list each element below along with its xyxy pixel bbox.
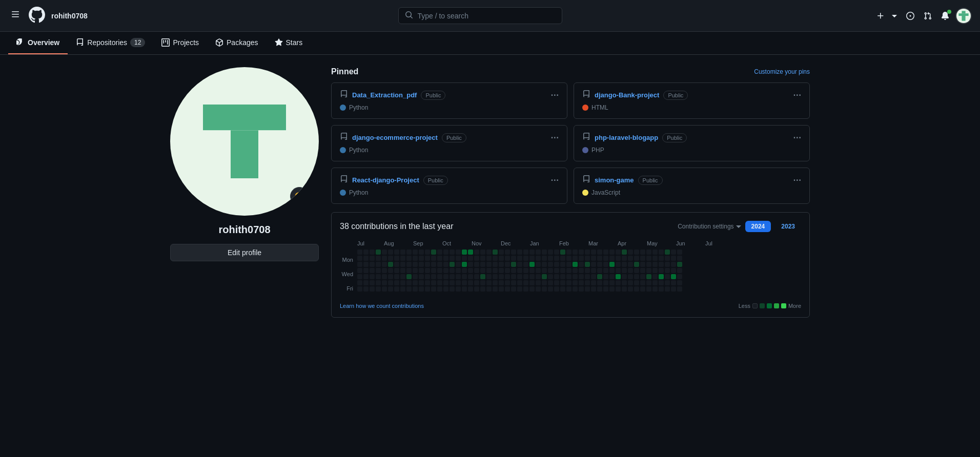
day-cell-3-2 [376, 262, 381, 267]
repo-name-5[interactable]: simon-game [595, 176, 634, 184]
day-cell-41-0 [609, 250, 615, 255]
day-cell-44-4 [628, 274, 633, 279]
pull-requests-button[interactable] [921, 9, 935, 23]
contribution-section: 38 contributions in the last year Contri… [331, 212, 810, 318]
tab-projects[interactable]: Projects [153, 32, 207, 54]
repo-name-0[interactable]: Data_Extraction_pdf [352, 91, 417, 99]
day-cell-52-1 [677, 256, 682, 261]
card-menu-4[interactable]: ⋯ [550, 175, 559, 185]
week-col-6 [394, 250, 399, 299]
main-content: 😊 rohith0708 Edit profile Pinned Customi… [162, 55, 818, 330]
day-cell-13-2 [437, 262, 442, 267]
day-cell-46-2 [640, 262, 645, 267]
pinned-card-header-3: php-laravel-blogapp Public ⋯ [582, 133, 801, 142]
day-cell-26-0 [517, 250, 522, 255]
header-right [873, 8, 972, 24]
header-username[interactable]: rohith0708 [51, 12, 88, 20]
pinned-card-3: php-laravel-blogapp Public ⋯ PHP [574, 125, 810, 161]
day-cell-36-6 [579, 286, 584, 292]
card-menu-3[interactable]: ⋯ [793, 133, 801, 142]
day-cell-13-3 [437, 268, 442, 273]
day-cell-1-3 [363, 268, 369, 273]
lang-indicator-4: Python [340, 189, 559, 196]
day-cell-38-0 [591, 250, 596, 255]
notifications-button[interactable] [938, 9, 952, 23]
search-box[interactable]: Type / to search [398, 7, 562, 24]
hamburger-button[interactable] [8, 7, 23, 24]
pinned-section: Pinned Customize your pins Data_Extracti… [331, 67, 810, 204]
day-cell-16-3 [456, 268, 461, 273]
edit-profile-button[interactable]: Edit profile [170, 244, 319, 261]
day-cell-9-5 [413, 280, 418, 285]
day-cell-30-1 [542, 256, 547, 261]
repo-name-1[interactable]: django-Bank-project [595, 91, 659, 99]
repos-badge: 12 [130, 38, 145, 47]
day-cell-20-0 [480, 250, 485, 255]
plus-chevron-button[interactable] [889, 10, 900, 22]
day-cell-31-4 [548, 274, 553, 279]
week-col-47 [646, 250, 651, 299]
customize-pins-link[interactable]: Customize your pins [754, 68, 810, 75]
day-labels: Mon Wed Fri [340, 250, 356, 299]
day-cell-35-2 [573, 262, 578, 267]
day-cell-6-6 [394, 286, 399, 292]
day-label-empty1 [340, 250, 356, 256]
day-cell-33-4 [560, 274, 565, 279]
tab-packages[interactable]: Packages [207, 32, 266, 54]
day-cell-27-5 [523, 280, 528, 285]
svg-rect-3 [962, 16, 965, 21]
week-col-26 [517, 250, 522, 299]
emoji-button[interactable]: 😊 [290, 187, 309, 205]
day-cell-32-0 [554, 250, 559, 255]
day-cell-32-4 [554, 274, 559, 279]
issues-button[interactable] [903, 9, 917, 23]
day-cell-48-6 [652, 286, 658, 292]
day-cell-15-2 [450, 262, 455, 267]
day-cell-51-1 [671, 256, 676, 261]
day-cell-12-2 [431, 262, 436, 267]
day-cell-39-1 [597, 256, 602, 261]
lang-dot-3 [582, 147, 588, 153]
year-2023-button[interactable]: 2023 [775, 221, 801, 232]
legend-cell-1 [760, 303, 765, 308]
lang-dot-0 [340, 105, 346, 111]
day-cell-52-6 [677, 286, 682, 292]
day-cell-4-5 [382, 280, 387, 285]
year-2024-button[interactable]: 2024 [745, 221, 771, 232]
card-menu-1[interactable]: ⋯ [793, 90, 801, 100]
week-col-19 [474, 250, 479, 299]
day-cell-5-6 [388, 286, 393, 292]
tab-overview[interactable]: Overview [8, 32, 68, 54]
day-cell-15-4 [450, 274, 455, 279]
svg-rect-2 [958, 13, 968, 16]
learn-link[interactable]: Learn how we count contributions [340, 303, 424, 309]
tab-repositories[interactable]: Repositories 12 [68, 32, 153, 54]
week-col-31 [548, 250, 553, 299]
github-logo[interactable] [29, 7, 45, 25]
user-avatar-header[interactable] [955, 8, 972, 24]
day-cell-43-6 [622, 286, 627, 292]
week-col-34 [566, 250, 571, 299]
tab-stars[interactable]: Stars [267, 32, 311, 54]
day-cell-24-4 [505, 274, 510, 279]
new-button[interactable] [873, 9, 888, 23]
repo-name-4[interactable]: React-django-Project [352, 176, 419, 184]
day-cell-41-1 [609, 256, 615, 261]
day-cell-18-2 [468, 262, 473, 267]
search-icon [405, 11, 413, 20]
repo-name-2[interactable]: django-ecommerce-project [352, 134, 438, 141]
day-cell-12-6 [431, 286, 436, 292]
repo-name-3[interactable]: php-laravel-blogapp [595, 134, 658, 141]
day-cell-45-6 [634, 286, 639, 292]
lang-name-4: Python [349, 189, 368, 196]
card-menu-0[interactable]: ⋯ [550, 90, 559, 100]
contribution-settings-button[interactable]: Contribution settings [678, 223, 741, 230]
graph-footer: Learn how we count contributions Less Mo… [340, 303, 801, 309]
plus-dropdown[interactable] [873, 9, 900, 23]
card-menu-5[interactable]: ⋯ [793, 175, 801, 185]
day-cell-36-1 [579, 256, 584, 261]
contribution-graph: Jul Aug Sep Oct Nov Dec Jan Feb Mar Apr … [340, 240, 801, 299]
day-cell-40-5 [603, 280, 608, 285]
card-menu-2[interactable]: ⋯ [550, 133, 559, 142]
day-cell-47-6 [646, 286, 651, 292]
